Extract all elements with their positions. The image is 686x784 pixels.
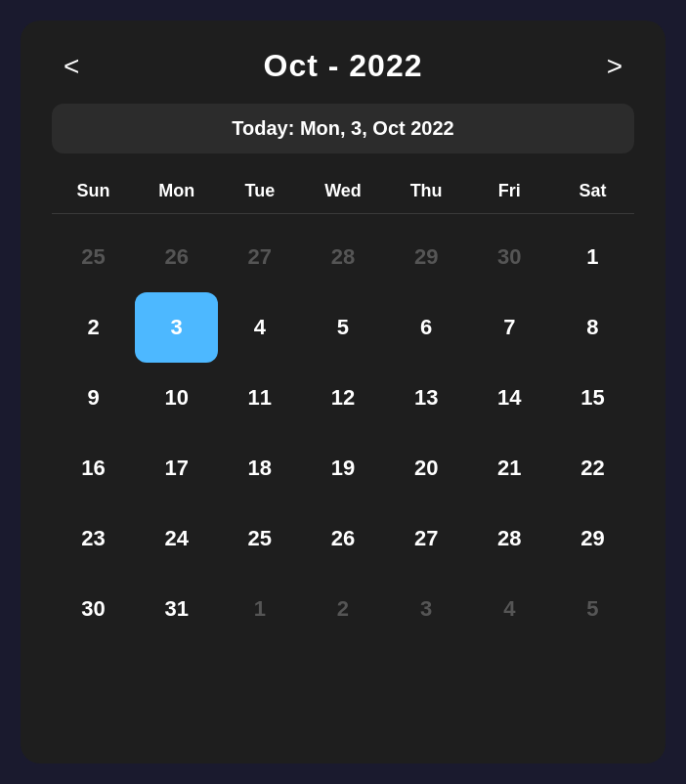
- day-cell[interactable]: 20: [385, 433, 468, 503]
- day-cell: 27: [218, 222, 301, 292]
- day-cell: 4: [468, 574, 551, 644]
- day-cell[interactable]: 8: [551, 292, 634, 363]
- day-cell[interactable]: 18: [218, 433, 301, 503]
- day-header-sun: Sun: [52, 181, 135, 214]
- day-cell: 25: [52, 222, 135, 292]
- day-cell[interactable]: 11: [218, 363, 301, 433]
- calendar-widget: < Oct - 2022 > Today: Mon, 3, Oct 2022 S…: [21, 21, 665, 763]
- day-cell[interactable]: 31: [135, 574, 218, 644]
- today-banner: Today: Mon, 3, Oct 2022: [52, 104, 634, 153]
- day-cell[interactable]: 13: [385, 363, 468, 433]
- day-cell: 26: [135, 222, 218, 292]
- day-header-mon: Mon: [135, 181, 218, 214]
- day-cell: 30: [468, 222, 551, 292]
- day-cell[interactable]: 15: [551, 363, 634, 433]
- month-year-label: Oct - 2022: [264, 48, 423, 84]
- next-month-button[interactable]: >: [595, 49, 634, 84]
- day-cell[interactable]: 2: [52, 292, 135, 363]
- day-cell[interactable]: 9: [52, 363, 135, 433]
- prev-month-button[interactable]: <: [52, 49, 91, 84]
- day-cell[interactable]: 25: [218, 503, 301, 574]
- day-cell[interactable]: 1: [551, 222, 634, 292]
- day-cell[interactable]: 28: [468, 503, 551, 574]
- day-cell[interactable]: 27: [385, 503, 468, 574]
- day-cell: 29: [385, 222, 468, 292]
- day-cell[interactable]: 12: [301, 363, 384, 433]
- day-cell[interactable]: 22: [551, 433, 634, 503]
- day-cell: 3: [385, 574, 468, 644]
- day-cell[interactable]: 24: [135, 503, 218, 574]
- day-cell[interactable]: 17: [135, 433, 218, 503]
- day-cell[interactable]: 14: [468, 363, 551, 433]
- day-cell[interactable]: 26: [301, 503, 384, 574]
- day-cell[interactable]: 4: [218, 292, 301, 363]
- day-cell[interactable]: 3: [135, 292, 218, 363]
- day-cell[interactable]: 21: [468, 433, 551, 503]
- day-cell[interactable]: 30: [52, 574, 135, 644]
- day-cell[interactable]: 6: [385, 292, 468, 363]
- calendar-header: < Oct - 2022 >: [52, 48, 634, 84]
- day-header-thu: Thu: [385, 181, 468, 214]
- day-cell[interactable]: 23: [52, 503, 135, 574]
- day-cell[interactable]: 5: [301, 292, 384, 363]
- day-cell: 28: [301, 222, 384, 292]
- day-header-tue: Tue: [218, 181, 301, 214]
- day-cell[interactable]: 7: [468, 292, 551, 363]
- day-cell[interactable]: 16: [52, 433, 135, 503]
- calendar-grid: SunMonTueWedThuFriSat2526272829301234567…: [52, 181, 634, 644]
- day-cell[interactable]: 29: [551, 503, 634, 574]
- day-cell[interactable]: 19: [301, 433, 384, 503]
- day-cell: 2: [301, 574, 384, 644]
- day-cell[interactable]: 10: [135, 363, 218, 433]
- day-cell: 1: [218, 574, 301, 644]
- day-header-fri: Fri: [468, 181, 551, 214]
- day-header-sat: Sat: [551, 181, 634, 214]
- day-header-wed: Wed: [301, 181, 384, 214]
- day-cell: 5: [551, 574, 634, 644]
